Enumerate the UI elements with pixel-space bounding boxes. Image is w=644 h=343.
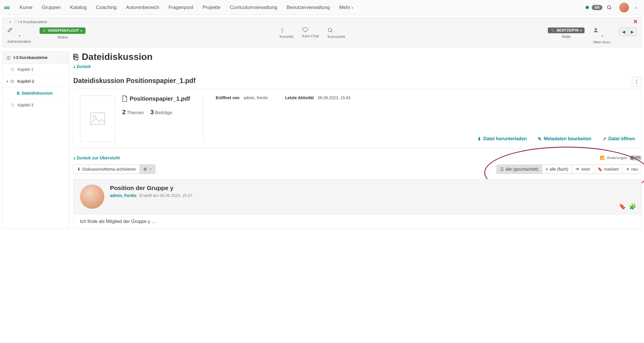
view-single-button[interactable]: 👁einer	[572, 165, 594, 174]
status-pill[interactable]: VERÖFFENTLICHT	[40, 27, 85, 34]
post-title: Position der Gruppe y	[110, 185, 192, 191]
user-avatar[interactable]	[619, 3, 629, 12]
tool-status-label: Status	[40, 35, 85, 39]
pager-prev-button[interactable]: ◀	[619, 28, 628, 36]
svg-point-7	[93, 115, 95, 118]
tree-kapitel-1-label: Kapitel 1	[18, 67, 33, 72]
nav-gruppen[interactable]: Gruppen	[38, 5, 65, 10]
archive-topic-button[interactable]: ⬇Diskussionsthema archivieren	[73, 165, 140, 174]
notification-badge[interactable]: 0/0	[592, 5, 602, 10]
tool-kurschat[interactable]: Kurs-Chat	[302, 27, 319, 38]
external-icon: ↗	[602, 136, 606, 142]
tree-dateidiskussion[interactable]: ⎘ Dateidiskussion	[3, 87, 69, 99]
course-tree: ◫ I-3 Kursbausteine ⌬ Kapitel 1 ⌬ Kapite…	[2, 51, 69, 229]
svg-point-3	[328, 28, 332, 32]
breadcrumb-text[interactable]: I-4 Kursbausteine	[18, 20, 47, 24]
beitraege-label: Beiträge	[155, 110, 172, 115]
tool-meinkurs[interactable]: Mein Kurs	[593, 27, 610, 44]
breadcrumb: ‹ / I-4 Kursbausteine ✕	[2, 17, 642, 26]
post-body: Ich finde als Mitglied der Gruppe y …	[73, 214, 642, 229]
tool-kurschat-label: Kurs-Chat	[302, 34, 319, 38]
beitraege-count: 3	[150, 108, 154, 116]
post-author-avatar	[80, 185, 104, 209]
tool-status[interactable]: VERÖFFENTLICHT Status	[40, 27, 85, 39]
svg-line-1	[610, 8, 611, 9]
close-icon[interactable]: ✕	[633, 18, 638, 25]
tool-kursinfo-label: Kursinfo	[280, 34, 293, 39]
logo-icon[interactable]: ∞	[4, 3, 9, 12]
nav-kurse[interactable]: Kurse	[16, 5, 36, 10]
course-toolbar: Administration VERÖFFENTLICHT Status Kur…	[2, 26, 642, 47]
role-pill[interactable]: BESITZER*IN	[548, 27, 585, 33]
tree-kapitel-3-label: Kapitel 3	[18, 103, 33, 107]
nav-projekte[interactable]: Projekte	[198, 5, 224, 10]
tree-kapitel-1[interactable]: ⌬ Kapitel 1	[3, 64, 69, 75]
user-menu-caret[interactable]	[631, 4, 640, 10]
tool-kurssuche[interactable]: Kurssuche	[327, 27, 345, 39]
file-thumbnail	[80, 95, 115, 142]
tool-admin[interactable]: Administration	[7, 27, 31, 44]
view-flat-button[interactable]: ≡alle (flach)	[542, 165, 572, 174]
list-indent-icon: ☰	[500, 167, 504, 172]
nav-fragenpool[interactable]: Fragenpool	[164, 5, 197, 10]
post-date: Erstellt am 06.09.2023, 15:37	[139, 193, 192, 198]
nav-katalog[interactable]: Katalog	[66, 5, 91, 10]
subheading-text: Dateidiskussion Positionspapier_1.pdf	[73, 77, 196, 84]
tree-header-label: I-3 Kursbausteine	[14, 55, 47, 60]
themen-count: 2	[122, 108, 126, 116]
bookmark-icon[interactable]: 🔖	[619, 203, 626, 210]
tool-admin-label: Administration	[7, 39, 31, 44]
breadcrumb-back-icon[interactable]: ‹	[7, 19, 13, 24]
opened-by-value: admin, frentix	[243, 95, 268, 100]
view-nested-button[interactable]: ☰alle (geschachtelt)	[496, 165, 542, 174]
list-icon: ≡	[546, 167, 548, 172]
svg-rect-6	[90, 113, 105, 124]
online-status-icon	[586, 6, 589, 9]
edit-icon: ✎	[538, 136, 541, 142]
tool-role[interactable]: BESITZER*IN Rolle	[548, 27, 585, 39]
gear-dropdown-button[interactable]: ⚙	[140, 165, 155, 174]
page-title: ⎘ Dateidiskussion	[73, 51, 642, 62]
svg-point-5	[595, 28, 597, 30]
subheading: Dateidiskussion Positionspapier_1.pdf ⋮	[73, 77, 642, 85]
search-icon[interactable]	[604, 5, 615, 10]
tool-kursinfo[interactable]: Kursinfo	[280, 27, 293, 39]
tree-header[interactable]: ◫ I-3 Kursbausteine	[3, 52, 69, 64]
open-file-link[interactable]: ↗Datei öffnen	[602, 136, 635, 142]
back-to-overview-link[interactable]: Zurück zur Übersicht	[73, 155, 120, 160]
svg-line-4	[331, 31, 332, 32]
changes-label: Änderungen	[607, 156, 627, 160]
more-actions-button[interactable]: ⋮	[632, 77, 642, 87]
download-icon: ⬇	[77, 167, 81, 172]
structure-icon: ⌬	[11, 103, 15, 107]
eye-icon: 👁	[576, 167, 580, 172]
download-file-link[interactable]: ⬇Datei herunterladen	[477, 136, 527, 142]
tree-kapitel-2-label: Kapitel 2	[17, 79, 34, 84]
puzzle-icon[interactable]: 🧩	[629, 203, 636, 210]
nav-mehr[interactable]: Mehr	[335, 5, 357, 10]
page-title-text: Dateidiskussion	[82, 51, 152, 62]
edit-metadata-link[interactable]: ✎Metadaten bearbeiten	[538, 136, 591, 142]
nav-benutzer[interactable]: Benutzerverwaltung	[282, 5, 334, 10]
pager-next-button[interactable]: ▶	[628, 28, 636, 36]
bookmark-icon: 🔖	[598, 167, 602, 172]
nav-autorenbereich[interactable]: Autorenbereich	[122, 5, 163, 10]
svg-point-0	[607, 5, 611, 9]
back-link[interactable]: Zurück	[73, 64, 91, 69]
view-marked-button[interactable]: 🔖markiert	[594, 165, 623, 174]
tree-kapitel-3[interactable]: ⌬ Kapitel 3	[3, 99, 69, 111]
tool-pager: ◀ ▶	[619, 27, 637, 36]
cube-icon: ◫	[7, 55, 11, 60]
nav-curriculum[interactable]: Curriculumverwaltung	[226, 5, 281, 10]
file-discussion-icon: ⎘	[73, 52, 78, 62]
top-navigation: ∞ Kurse Gruppen Katalog Coaching Autoren…	[0, 0, 644, 15]
changes-toggle[interactable]: AUS	[630, 155, 642, 161]
file-name: Positionspapier_1.pdf	[130, 95, 190, 102]
view-new-button[interactable]: ✦neu	[623, 165, 642, 174]
post-author[interactable]: admin, frentix	[110, 193, 137, 198]
tree-kapitel-2[interactable]: ⌬ Kapitel 2	[3, 75, 69, 87]
nav-coaching[interactable]: Coaching	[92, 5, 121, 10]
tool-meinkurs-label: Mein Kurs	[593, 40, 610, 44]
last-activity-value: 06.09.2023, 15:43	[318, 95, 351, 100]
opened-by-label: Eröffnet von	[216, 95, 239, 100]
